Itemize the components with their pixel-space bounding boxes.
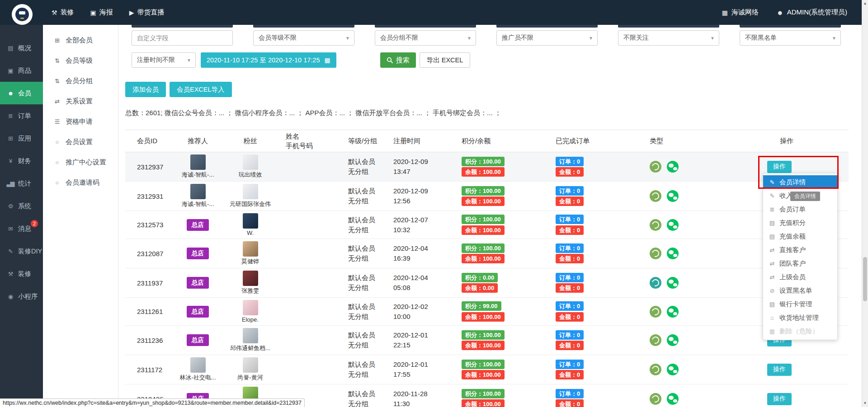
excel-import-button[interactable]: 会员EXCEL导入 <box>170 82 232 97</box>
follow-filter-select[interactable]: 不限关注▼ <box>618 30 719 46</box>
fan-name[interactable]: W. <box>247 229 254 236</box>
fan-avatar[interactable] <box>243 213 258 229</box>
amount-badge: 金额：0 <box>556 254 584 263</box>
member-group-select[interactable]: 会员分组不限▼ <box>375 30 476 46</box>
referrer-name[interactable]: 海诚-智航-... <box>182 200 214 208</box>
submenu-all-members[interactable]: ⊞全部会员 <box>43 30 118 51</box>
topnav-label: 带货直播 <box>137 8 165 17</box>
logo-emblem <box>15 8 29 21</box>
dropdown-recharge-balance[interactable]: ▤充值余额 <box>763 229 837 243</box>
amount-badge: 金额：0 <box>556 167 584 177</box>
register-date: 2020-12-09 <box>393 186 448 196</box>
finance-icon: ¥ <box>6 158 14 164</box>
network-switcher[interactable]: ▦ 海诚网络 <box>722 8 759 17</box>
fan-avatar[interactable] <box>243 300 258 315</box>
sidebar-item-apps[interactable]: ⊞应用 <box>0 127 43 150</box>
pencil-icon: ✎ <box>6 248 14 255</box>
wechat-icon <box>667 393 679 405</box>
fan-avatar[interactable] <box>243 357 258 373</box>
chevron-down-icon: ▼ <box>187 58 191 63</box>
search-button[interactable]: 搜索 <box>380 52 416 68</box>
export-excel-button[interactable]: 导出 EXCEL <box>420 52 471 68</box>
fan-avatar[interactable] <box>243 241 258 257</box>
sidebar-item-system[interactable]: ⚙系统 <box>0 195 43 217</box>
member-level-select[interactable]: 会员等级不限▼ <box>253 30 354 46</box>
sidebar-item-decorate[interactable]: ⚒装修 <box>0 262 43 285</box>
table-row: 2311261 总店 Elope. 默认会员无分组 2020-12-0210:0… <box>125 298 849 326</box>
scrollbar[interactable]: ▲ ▼ <box>862 0 868 407</box>
submenu-member-settings[interactable]: ○会员设置 <box>43 132 118 152</box>
submenu-member-levels[interactable]: ⇅会员等级 <box>43 51 118 71</box>
dropdown-delete[interactable]: ▦删除（危险） <box>763 324 837 338</box>
dropdown-member-orders[interactable]: ≣会员订单 <box>763 202 837 216</box>
register-time-select[interactable]: 注册时间不限▼ <box>132 52 196 68</box>
sidebar-item-orders[interactable]: ≣订单 <box>0 104 43 127</box>
fan-name[interactable]: 张雅雯 <box>241 287 259 295</box>
stats-icon: ▃▆ <box>6 180 14 187</box>
blacklist-filter-select[interactable]: 不限黑名单▼ <box>740 30 841 46</box>
scroll-down-arrow[interactable]: ▼ <box>862 400 868 407</box>
add-member-button[interactable]: 添加会员 <box>125 82 166 97</box>
fan-name[interactable]: 玩出绩效 <box>239 171 262 179</box>
open-platform-icon <box>650 190 661 202</box>
points-badge: 积分：100.00 <box>462 157 505 166</box>
dropdown-direct-customers[interactable]: ⇄直推客户 <box>763 243 837 257</box>
table-row: 2311937 总店 张雅雯 默认会员无分组 2020-12-0405:08 积… <box>125 268 849 298</box>
topnav-live-stream[interactable]: ▶ 带货直播 <box>129 8 165 17</box>
logo[interactable] <box>12 4 33 25</box>
dropdown-team-customers[interactable]: ⇄团队客户 <box>763 257 837 270</box>
dropdown-upper-member[interactable]: ⇄上级会员 <box>763 270 837 284</box>
clipped-filter-row <box>132 25 862 28</box>
row-action-button[interactable]: 操作 <box>767 161 792 173</box>
referrer-avatar[interactable] <box>190 357 206 373</box>
topnav-poster[interactable]: ▣ 海报 <box>90 8 113 17</box>
dropdown-member-detail[interactable]: ✎会员详情 <box>763 175 837 189</box>
sidebar-item-overview[interactable]: ▤概况 <box>0 37 43 59</box>
date-range-button[interactable]: 2020-11-10 17:25 至 2020-12-10 17:25▦ <box>201 52 336 68</box>
dropdown-bank-card[interactable]: ▤银行卡管理 <box>763 297 837 311</box>
custom-field-input[interactable] <box>132 30 233 46</box>
fan-avatar[interactable] <box>243 271 258 286</box>
sidebar-item-goods[interactable]: ▣商品 <box>0 59 43 82</box>
referrer-name[interactable]: 海诚-智航-... <box>182 171 214 179</box>
swap-icon: ⇄ <box>769 260 776 267</box>
amount-badge: 金额：0 <box>556 341 584 350</box>
sidebar-item-messages[interactable]: ✉消息2 <box>0 217 43 240</box>
submenu-invite-code[interactable]: ○会员邀请码 <box>43 173 118 193</box>
submenu-promotion-center[interactable]: ○推广中心设置 <box>43 152 118 173</box>
sidebar-item-finance[interactable]: ¥财务 <box>0 150 43 172</box>
orders-badge: 订单：0 <box>556 360 584 369</box>
referrer-avatar[interactable] <box>190 184 206 199</box>
wrench-icon: ⚒ <box>52 9 57 16</box>
submenu-qualification[interactable]: ☰资格申请 <box>43 112 118 132</box>
sidebar-item-decorate-diy[interactable]: ✎装修DIY <box>0 240 43 262</box>
member-level: 默认会员 <box>348 157 387 167</box>
referrer-name[interactable]: 林冰-社交电... <box>179 374 216 382</box>
referrer-avatar[interactable] <box>190 154 206 170</box>
fan-name[interactable]: 莫健铧 <box>241 257 259 266</box>
sidebar-item-miniapp[interactable]: ◉小程序 <box>0 285 43 308</box>
fan-avatar[interactable] <box>243 328 258 343</box>
fan-avatar[interactable] <box>243 154 258 170</box>
admin-account-menu[interactable]: ☻ ADMIN(系统管理员) <box>777 8 847 17</box>
dropdown-set-blacklist[interactable]: ⊘设置黑名单 <box>763 284 837 297</box>
amount-badge: 金额：0 <box>556 399 584 407</box>
promoter-select[interactable]: 推广员不限▼ <box>496 30 598 46</box>
dropdown-recharge-points[interactable]: ▤充值积分 <box>763 216 837 229</box>
fan-name[interactable]: 元研国际张金伟 <box>230 200 271 208</box>
row-action-button[interactable]: 操作 <box>767 393 792 405</box>
submenu-relation-settings[interactable]: ⇄关系设置 <box>43 91 118 112</box>
fan-name[interactable]: 邱伟通鲜鱼档... <box>230 344 270 352</box>
fan-avatar[interactable] <box>243 184 258 199</box>
network-label: 海诚网络 <box>731 8 759 17</box>
row-action-button[interactable]: 操作 <box>767 364 792 376</box>
sidebar-item-members[interactable]: ☻会员 <box>0 82 43 104</box>
dropdown-shipping-address[interactable]: ⌂收货地址管理 <box>763 311 837 324</box>
fan-name[interactable]: 尚誉-黄河 <box>237 374 263 382</box>
fan-name[interactable]: Elope. <box>242 316 259 323</box>
topnav-decorate[interactable]: ⚒ 装修 <box>52 8 74 17</box>
sidebar-item-statistics[interactable]: ▃▆统计 <box>0 172 43 195</box>
submenu-member-groups[interactable]: ⇅会员分组 <box>43 71 118 91</box>
scrollbar-thumb[interactable] <box>863 257 867 301</box>
scroll-up-arrow[interactable]: ▲ <box>862 0 868 7</box>
